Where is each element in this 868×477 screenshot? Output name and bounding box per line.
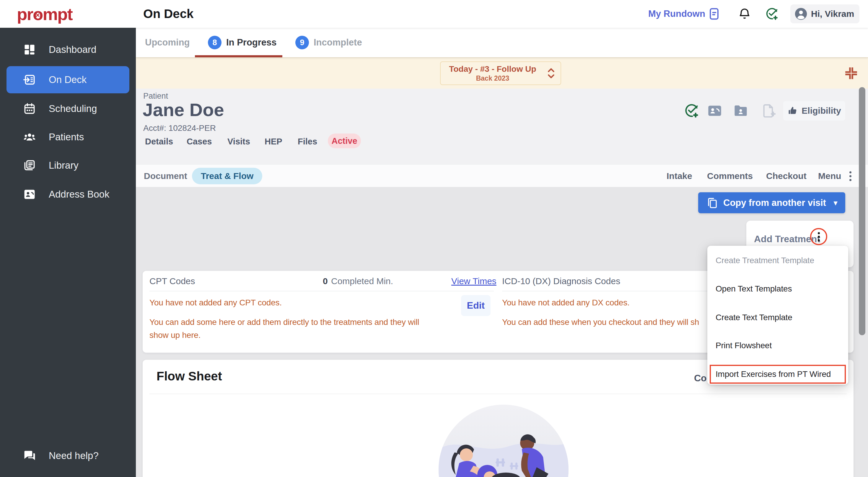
dx-codes-title: ICD-10 (DX) Diagnosis Codes <box>502 276 620 286</box>
document-toolbar: Document Treat & Flow Intake Comments Ch… <box>136 164 868 187</box>
patient-tab-files[interactable]: Files <box>298 137 317 147</box>
dx-empty-line1: You have not added any DX codes. <box>502 298 630 308</box>
calendar-icon <box>23 102 36 115</box>
patient-tab-hep[interactable]: HEP <box>265 137 282 147</box>
patient-tab-details[interactable]: Details <box>145 137 173 147</box>
completed-min-count: 0 <box>323 276 328 286</box>
visit-selector[interactable]: Today - #3 - Follow Up Back 2023 <box>440 61 561 85</box>
add-treatment-context-menu: Create Treatment Template Open Text Temp… <box>707 246 848 385</box>
tab-in-progress[interactable]: In Progress <box>226 28 277 57</box>
toolbar-document[interactable]: Document <box>144 164 187 188</box>
caret-down-icon: ▾ <box>834 199 837 207</box>
my-rundown-link[interactable]: My Rundown <box>648 0 705 28</box>
sidebar-item-on-deck[interactable]: On Deck <box>6 66 129 93</box>
logo-x-mark: ✕ <box>35 12 40 19</box>
menu-item-create-treatment-template[interactable]: Create Treatment Template <box>707 250 848 271</box>
menu-item-open-text-templates[interactable]: Open Text Templates <box>707 279 848 299</box>
visit-subtitle: Back 2023 <box>441 74 545 83</box>
add-treatment-kebab-icon[interactable] <box>818 232 820 241</box>
patient-tab-visits[interactable]: Visits <box>227 137 250 147</box>
ondeck-tabbar: Upcoming 8 In Progress 9 Incomplete <box>136 28 868 57</box>
cpt-codes-title: CPT Codes <box>150 276 195 286</box>
sidebar: Dashboard On Deck Scheduling Patients Li… <box>0 28 136 477</box>
visit-title: Today - #3 - Follow Up <box>441 64 545 74</box>
top-header: pro✕mpt On Deck My Rundown Hi, Vikram <box>0 0 868 28</box>
prompt-logo[interactable]: pro✕mpt <box>17 0 72 28</box>
patient-tab-cases[interactable]: Cases <box>187 137 212 147</box>
cpt-empty-line1: You have not added any CPT codes. <box>150 298 282 308</box>
sidebar-item-address-book[interactable]: Address Book <box>0 181 136 208</box>
chat-help-icon <box>23 449 36 462</box>
annotation-rectangle <box>710 365 846 384</box>
vertical-scrollbar-thumb[interactable] <box>859 87 865 335</box>
people-icon <box>23 131 36 144</box>
completed-min-label: Completed Min. <box>331 276 393 286</box>
on-deck-icon <box>23 73 36 86</box>
address-book-icon <box>23 188 36 201</box>
sidebar-item-patients[interactable]: Patients <box>0 123 136 151</box>
patient-status-badge: Active <box>328 133 361 148</box>
cpt-empty-line2: You can add some here or add them direct… <box>150 318 419 327</box>
flow-sheet-partial-label: Co <box>694 373 707 384</box>
incomplete-count-badge: 9 <box>295 36 309 49</box>
copy-icon <box>706 197 718 209</box>
toolbar-intake[interactable]: Intake <box>666 164 692 188</box>
toolbar-checkout[interactable]: Checkout <box>766 164 807 188</box>
collapse-banner-icon[interactable] <box>844 66 858 80</box>
logo-text: pr <box>17 4 33 24</box>
exercise-illustration <box>439 405 568 477</box>
patient-check-plus-icon[interactable] <box>684 103 699 119</box>
chevron-up-icon[interactable] <box>547 68 555 72</box>
notifications-bell-icon[interactable] <box>738 7 751 21</box>
toolbar-comments[interactable]: Comments <box>707 164 753 188</box>
menu-item-create-text-template[interactable]: Create Text Template <box>707 307 848 328</box>
tab-incomplete[interactable]: Incomplete <box>314 28 362 57</box>
toolbar-menu[interactable]: Menu <box>818 164 841 188</box>
avatar-icon <box>795 7 807 20</box>
patient-account: Acct#: 102824-PER <box>143 123 216 133</box>
library-icon <box>23 159 36 172</box>
patient-name: Jane Doe <box>143 99 224 120</box>
sidebar-item-library[interactable]: Library <box>0 152 136 179</box>
peeking-card <box>226 473 263 477</box>
patient-header: Patient Jane Doe Acct#: 102824-PER Detai… <box>136 89 868 164</box>
sidebar-item-dashboard[interactable]: Dashboard <box>0 36 136 63</box>
dashboard-icon <box>23 43 36 56</box>
tab-upcoming[interactable]: Upcoming <box>145 28 190 57</box>
tasks-check-plus-icon[interactable] <box>765 7 778 21</box>
toolbar-treat-and-flow[interactable]: Treat & Flow <box>192 168 262 184</box>
user-greeting: Hi, Vikram <box>811 9 854 19</box>
sidebar-item-scheduling[interactable]: Scheduling <box>0 95 136 122</box>
flow-sheet-title: Flow Sheet <box>157 369 222 383</box>
cpt-empty-line3: show up here. <box>150 330 200 340</box>
file-plus-icon[interactable] <box>761 103 776 119</box>
copy-from-another-visit-button[interactable]: Copy from another visit ▾ <box>698 192 845 213</box>
in-progress-count-badge: 8 <box>208 36 221 49</box>
chevron-down-icon[interactable] <box>547 74 555 79</box>
annotation-circle <box>810 228 827 245</box>
page-title: On Deck <box>143 0 193 28</box>
thumbs-up-icon <box>787 105 798 116</box>
toolbar-kebab-icon[interactable] <box>846 164 855 188</box>
app-root: pro✕mpt On Deck My Rundown Hi, Vikram Da… <box>0 0 868 477</box>
content-area: Copy from another visit ▾ Add Treatment … <box>136 187 868 477</box>
active-tab-underline <box>195 55 282 57</box>
sidebar-item-need-help[interactable]: Need help? <box>0 442 136 469</box>
view-times-link[interactable]: View Times <box>451 276 496 286</box>
edit-cpt-button[interactable]: Edit <box>461 295 491 316</box>
eligibility-button[interactable]: Eligibility <box>783 101 845 121</box>
patient-folder-icon[interactable] <box>733 103 748 119</box>
rundown-document-icon[interactable] <box>708 7 721 20</box>
visit-banner: Today - #3 - Follow Up Back 2023 <box>136 57 868 89</box>
user-menu[interactable]: Hi, Vikram <box>790 4 860 23</box>
menu-item-print-flowsheet[interactable]: Print Flowsheet <box>707 335 848 356</box>
contact-card-icon[interactable] <box>707 103 722 119</box>
